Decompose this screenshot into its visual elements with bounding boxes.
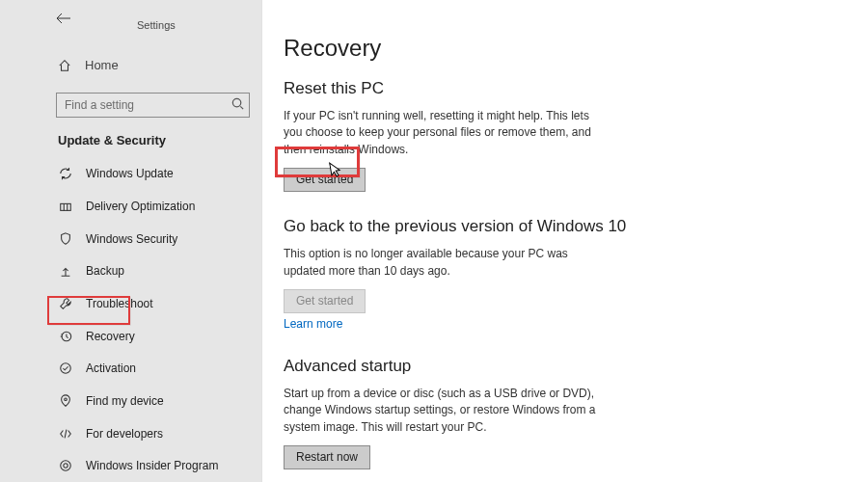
- sidebar-item-label: Recovery: [86, 330, 135, 343]
- section-heading: Reset this PC: [284, 79, 868, 98]
- arrow-left-icon: [56, 12, 71, 25]
- sync-icon: [58, 167, 72, 181]
- sidebar-item-label: Find my device: [86, 394, 164, 408]
- wrench-icon: [58, 296, 72, 310]
- sidebar-item-label: Backup: [86, 264, 124, 278]
- search-icon: [231, 96, 245, 111]
- window-title: Settings: [54, 19, 176, 31]
- sidebar-item-recovery[interactable]: Recovery: [0, 320, 261, 353]
- section-heading: Advanced startup: [284, 357, 868, 376]
- backup-icon: [58, 264, 72, 279]
- shield-icon: [58, 231, 72, 246]
- section-advanced-startup: Advanced startup Start up from a device …: [284, 357, 868, 469]
- svg-rect-1: [60, 203, 70, 210]
- devmode-icon: [58, 426, 72, 441]
- search-input[interactable]: [56, 93, 250, 118]
- sidebar-item-activation[interactable]: Activation: [0, 352, 261, 385]
- sidebar-item-find-my-device[interactable]: Find my device: [0, 385, 261, 417]
- insider-icon: [58, 459, 72, 473]
- sidebar-item-for-developers[interactable]: For developers: [0, 417, 261, 450]
- back-button[interactable]: [56, 12, 71, 25]
- page-title: Recovery: [284, 35, 868, 62]
- svg-point-5: [60, 461, 70, 471]
- settings-sidebar: Settings Home Update & Security Windows …: [0, 0, 262, 482]
- restart-now-button[interactable]: Restart now: [284, 445, 370, 469]
- sidebar-item-insider[interactable]: Windows Insider Program: [0, 449, 261, 482]
- main-content: Recovery Reset this PC If your PC isn't …: [262, 0, 868, 482]
- sidebar-item-label: Activation: [86, 362, 136, 375]
- history-icon: [58, 329, 72, 343]
- svg-point-4: [64, 398, 67, 401]
- sidebar-item-label: For developers: [86, 427, 163, 441]
- sidebar-item-windows-update[interactable]: Windows Update: [0, 157, 261, 190]
- learn-more-link[interactable]: Learn more: [284, 317, 342, 331]
- reset-get-started-button[interactable]: Get started: [284, 168, 366, 192]
- sidebar-item-label: Windows Security: [86, 232, 177, 246]
- section-go-back: Go back to the previous version of Windo…: [284, 217, 868, 332]
- sidebar-section-title: Update & Security: [0, 133, 261, 147]
- check-icon: [58, 362, 72, 376]
- sidebar-item-label: Windows Update: [86, 167, 174, 180]
- section-description: This option is no longer available becau…: [284, 246, 602, 280]
- sidebar-item-label: Delivery Optimization: [86, 200, 195, 213]
- goback-get-started-button: Get started: [284, 289, 366, 313]
- section-reset-pc: Reset this PC If your PC isn't running w…: [284, 79, 868, 192]
- section-heading: Go back to the previous version of Windo…: [284, 217, 868, 236]
- sidebar-item-label: Troubleshoot: [86, 297, 153, 310]
- svg-point-0: [232, 99, 240, 107]
- sidebar-item-delivery-optimization[interactable]: Delivery Optimization: [0, 190, 261, 223]
- home-icon: [58, 59, 71, 72]
- delivery-icon: [58, 199, 72, 213]
- find-icon: [58, 393, 72, 408]
- svg-point-6: [63, 464, 67, 468]
- svg-point-3: [60, 363, 70, 374]
- sidebar-item-backup[interactable]: Backup: [0, 254, 261, 287]
- sidebar-item-label: Windows Insider Program: [86, 459, 218, 472]
- section-description: If your PC isn't running well, resetting…: [284, 108, 602, 158]
- home-label: Home: [85, 58, 119, 72]
- home-nav[interactable]: Home: [0, 52, 261, 79]
- sidebar-item-windows-security[interactable]: Windows Security: [0, 223, 261, 255]
- sidebar-item-troubleshoot[interactable]: Troubleshoot: [0, 287, 261, 320]
- search-box: [56, 93, 250, 118]
- section-description: Start up from a device or disc (such as …: [284, 386, 602, 436]
